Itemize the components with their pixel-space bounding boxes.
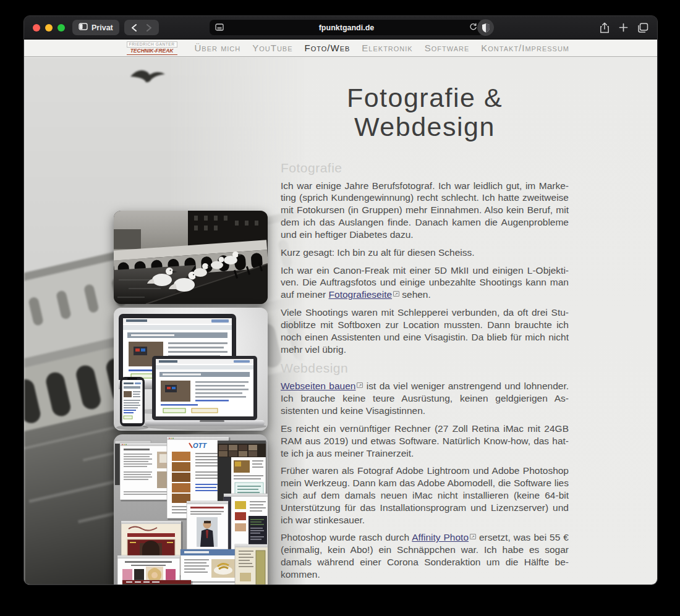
paragraph: Viele Shootings waren mit Schlepperei ve… [281, 306, 569, 355]
paragraph: Photoshop wurde rasch durch Affinity Pho… [281, 531, 569, 580]
external-link-icon: ↗ [470, 534, 476, 539]
section-heading-webdesign: Webdesign [281, 361, 569, 376]
site-navbar: Friedrich Ganter Technik-Freak Über mich… [24, 40, 657, 57]
browser-titlebar: Privat fpunktgandi.de [24, 16, 657, 40]
share-button[interactable] [600, 22, 610, 33]
paragraph: Ich war ein Canon-Freak mit einer 5D MkI… [281, 264, 569, 301]
reload-icon[interactable] [469, 22, 477, 33]
paragraph: Ich war einige Jahre Berufsfotograf. Ich… [281, 180, 569, 241]
nav-item-elektronik[interactable]: Elektronik [362, 43, 412, 53]
nav-item-youtube[interactable]: YouTube [252, 43, 292, 53]
seagulls-photo[interactable] [114, 211, 268, 304]
site-logo[interactable]: Friedrich Ganter Technik-Freak [127, 41, 177, 55]
responsive-devices-mockup[interactable] [114, 308, 268, 431]
article: Fotografie & Webdesign FotografieIch war… [281, 72, 569, 585]
traffic-lights [33, 24, 65, 32]
fotografieseite-link[interactable]: Fotografieseite [329, 289, 393, 300]
toolbar-right [600, 16, 648, 39]
nav-item-ber-mich[interactable]: Über mich [195, 43, 241, 53]
reader-icon[interactable] [215, 22, 224, 33]
minimize-button[interactable] [45, 24, 53, 32]
section-heading-fotografie: Fotografie [281, 161, 569, 175]
tabs-overview-button[interactable] [637, 23, 648, 33]
collage-ott-logo: OTT [193, 442, 207, 449]
sidebar-icon [79, 23, 88, 32]
private-badge[interactable]: Privat [72, 20, 119, 35]
page-content: OTT [24, 57, 657, 585]
url-text[interactable]: fpunktgandi.de [224, 23, 469, 32]
nav-buttons [124, 20, 159, 35]
website-portfolio-collage[interactable]: OTT [114, 434, 268, 585]
paragraph: Webseiten bauen↗ ist da viel weniger ans… [281, 380, 569, 416]
paragraph: Früher waren als Fotograf Adobe Lightroo… [281, 465, 569, 526]
browser-window: Privat fpunktgandi.de [23, 15, 658, 585]
close-button[interactable] [33, 24, 40, 32]
affinity-photo-link[interactable]: Affinity Photo [412, 532, 469, 542]
external-link-icon: ↗ [357, 382, 363, 388]
nav-item-foto-web[interactable]: Foto/Web [305, 43, 351, 53]
paragraph: Es reicht ein vernünftiger Rechner (27 Z… [281, 423, 569, 459]
address-bar[interactable]: fpunktgandi.de [210, 20, 483, 35]
site-logo-name: Friedrich Ganter [127, 41, 177, 48]
new-tab-button[interactable] [619, 23, 628, 32]
back-button[interactable] [127, 20, 142, 35]
external-link-icon: ↗ [393, 291, 399, 297]
nav-item-software[interactable]: Software [425, 43, 470, 53]
privacy-shield-button[interactable] [477, 19, 494, 36]
site-logo-tagline: Technik-Freak [127, 48, 177, 55]
page-title: Fotografie & Webdesign [281, 83, 569, 142]
site-nav-items: Über michYouTubeFoto/WebElektronikSoftwa… [195, 43, 569, 53]
forward-button[interactable] [142, 20, 156, 35]
zoom-button[interactable] [57, 24, 65, 32]
paragraph: Kurz gesagt: Ich bin zu alt für diesen S… [281, 247, 569, 259]
nav-item-kontakt-impressum[interactable]: Kontakt/Impressum [481, 43, 569, 53]
shield-icon [482, 23, 490, 33]
webseiten-bauen-link[interactable]: Webseiten bauen [281, 381, 355, 391]
private-badge-label: Privat [91, 23, 113, 32]
